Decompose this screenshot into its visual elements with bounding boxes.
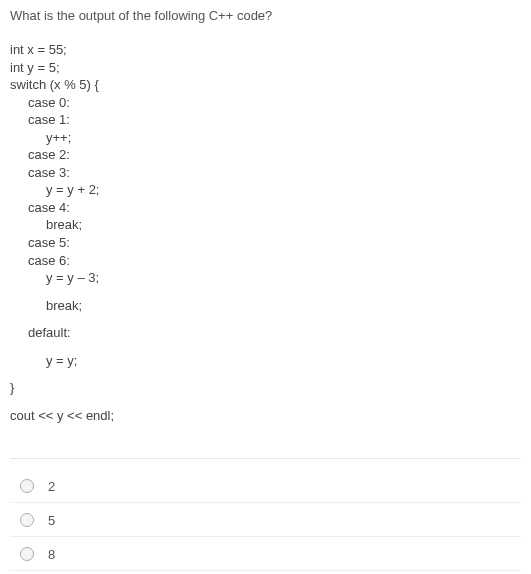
code-line: y = y;: [10, 352, 521, 370]
option-row[interactable]: 5: [10, 503, 521, 537]
separator: [10, 458, 521, 459]
code-line: switch (x % 5) {: [10, 76, 521, 94]
code-line: default:: [10, 324, 521, 342]
option-label: 8: [48, 547, 55, 562]
option-label: 5: [48, 513, 55, 528]
code-line: case 2:: [10, 146, 521, 164]
answer-options: 2 5 8 None: [10, 469, 521, 574]
option-row[interactable]: 8: [10, 537, 521, 571]
radio-icon[interactable]: [20, 547, 34, 561]
code-line: y++;: [10, 129, 521, 147]
code-line: case 0:: [10, 94, 521, 112]
question-container: What is the output of the following C++ …: [0, 0, 531, 574]
code-line: case 5:: [10, 234, 521, 252]
code-line: y = y + 2;: [10, 181, 521, 199]
code-line: break;: [10, 216, 521, 234]
code-line: case 3:: [10, 164, 521, 182]
code-line: int x = 55;: [10, 41, 521, 59]
code-line: case 4:: [10, 199, 521, 217]
radio-icon[interactable]: [20, 513, 34, 527]
option-row[interactable]: 2: [10, 469, 521, 503]
code-line: y = y – 3;: [10, 269, 521, 287]
code-line: }: [10, 379, 521, 397]
option-label: 2: [48, 479, 55, 494]
code-line: cout << y << endl;: [10, 407, 521, 425]
code-line: case 6:: [10, 252, 521, 270]
code-line: int y = 5;: [10, 59, 521, 77]
code-line: case 1:: [10, 111, 521, 129]
radio-icon[interactable]: [20, 479, 34, 493]
code-block: int x = 55; int y = 5; switch (x % 5) { …: [10, 41, 521, 424]
code-line: break;: [10, 297, 521, 315]
question-text: What is the output of the following C++ …: [10, 8, 521, 23]
